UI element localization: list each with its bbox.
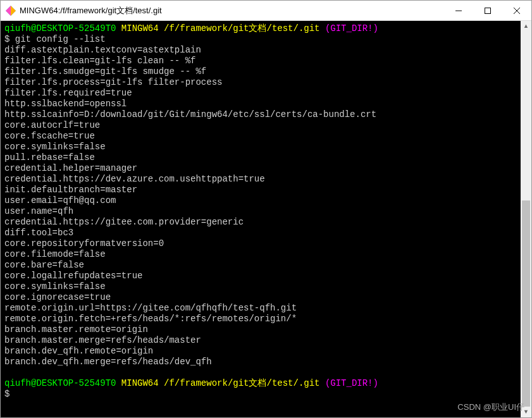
svg-rect-4 [485, 8, 491, 13]
scroll-up-button[interactable]: ▴ [521, 21, 531, 32]
prompt-user: qiufh@DESKTOP-52549T0 [4, 23, 116, 34]
scroll-track[interactable] [521, 32, 531, 407]
svg-marker-2 [6, 6, 11, 16]
svg-marker-1 [11, 6, 16, 16]
app-window: MINGW64:/f/framework/git文档/test/.git qiu… [0, 0, 532, 418]
prompt-path: /f/framework/git文档/test/.git [164, 23, 319, 34]
prompt-gitdir-2: (GIT_DIR!) [325, 378, 378, 388]
minimize-button[interactable] [444, 1, 473, 21]
prompt-path-2: /f/framework/git文档/test/.git [164, 378, 319, 388]
prompt-symbol-2: $ [4, 389, 9, 399]
close-button[interactable] [502, 1, 531, 21]
window-title: MINGW64:/f/framework/git文档/test/.git [20, 5, 162, 16]
prompt-gitdir: (GIT_DIR!) [325, 23, 378, 34]
terminal[interactable]: qiufh@DESKTOP-52549T0 MINGW64 /f/framewo… [1, 21, 531, 417]
maximize-button[interactable] [473, 1, 502, 21]
scroll-thumb[interactable] [522, 200, 530, 407]
scroll-down-button[interactable]: ▾ [521, 407, 531, 417]
prompt-symbol: $ [4, 34, 9, 44]
scrollbar[interactable]: ▴ ▾ [521, 21, 531, 417]
command-text: git config --list [15, 34, 106, 44]
app-icon [6, 6, 16, 16]
title-bar[interactable]: MINGW64:/f/framework/git文档/test/.git [1, 1, 531, 21]
prompt-user-2: qiufh@DESKTOP-52549T0 [4, 378, 116, 388]
prompt-env: MINGW64 [121, 23, 159, 34]
prompt-env-2: MINGW64 [121, 378, 159, 388]
output-block: diff.astextplain.textconv=astextplain fi… [4, 45, 376, 367]
